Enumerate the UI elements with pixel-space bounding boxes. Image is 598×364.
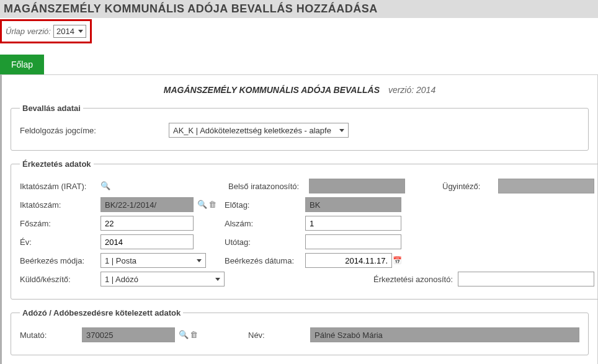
calendar-icon[interactable]: 📅 bbox=[392, 255, 402, 265]
beerkezes-mod-label: Beérkezés módja: bbox=[20, 256, 100, 265]
belso-field bbox=[309, 179, 405, 193]
foszam-label: Főszám: bbox=[20, 219, 100, 228]
jogcim-select[interactable]: AK_K | Adókötelezettség keletkezés - ala… bbox=[169, 123, 349, 138]
jogcim-label: Feldolgozás jogcíme: bbox=[20, 126, 169, 135]
beerkezes-dat-label: Beérkezés dátuma: bbox=[225, 256, 305, 265]
utotag-label: Utótag: bbox=[225, 237, 305, 247]
search-icon[interactable]: 🔍 bbox=[179, 330, 189, 340]
version-bar: Űrlap verzió: 2014 bbox=[0, 19, 92, 43]
nev-label: Név: bbox=[248, 331, 310, 340]
content: MAGÁNSZEMÉLY KOMMUNÁLIS ADÓJA BEVALLÁS v… bbox=[0, 74, 598, 364]
elotag-label: Előtag: bbox=[225, 200, 305, 210]
adozo-legend: Adózó / Adóbeszedésre kötelezett adatok bbox=[20, 308, 183, 317]
alszam-label: Alszám: bbox=[225, 219, 305, 228]
kuldo-label: Küldő/készítő: bbox=[20, 275, 100, 284]
version-label: Űrlap verzió: bbox=[6, 27, 51, 36]
trash-icon[interactable]: 🗑 bbox=[207, 200, 217, 210]
iktatoszam-label: Iktatószám: bbox=[20, 200, 100, 210]
ugyintezo-label: Ügyintéző: bbox=[442, 182, 498, 191]
beerkezes-mod-select[interactable]: 1 | Posta bbox=[100, 253, 206, 268]
mutato-field bbox=[82, 327, 175, 342]
page-title: MAGÁNSZEMÉLY KOMMUNÁLIS ADÓJA BEVALLÁS H… bbox=[4, 2, 378, 15]
search-icon[interactable]: 🔍 bbox=[197, 200, 207, 210]
ev-input[interactable] bbox=[100, 234, 194, 249]
elotag-field bbox=[305, 197, 401, 212]
form-title: MAGÁNSZEMÉLY KOMMUNÁLIS ADÓJA BEVALLÁS v… bbox=[11, 85, 589, 95]
alszam-input[interactable] bbox=[305, 216, 401, 231]
iktatoszam-field bbox=[100, 197, 194, 212]
erkeztetes-fieldset: Érkeztetés adatok Iktatószám (IRAT): 🔍 B… bbox=[11, 159, 598, 300]
bevallas-legend: Bevallás adatai bbox=[20, 104, 83, 113]
iktatoszam-irat-label: Iktatószám (IRAT): bbox=[20, 182, 100, 191]
search-icon[interactable]: 🔍 bbox=[100, 181, 110, 191]
page-header: MAGÁNSZEMÉLY KOMMUNÁLIS ADÓJA BEVALLÁS H… bbox=[0, 0, 598, 18]
version-select[interactable]: 2014 bbox=[53, 25, 86, 38]
nev-field bbox=[310, 327, 579, 342]
chevron-down-icon bbox=[197, 259, 202, 262]
erkezt-azon-input[interactable] bbox=[458, 272, 594, 286]
tab-strip: Főlap bbox=[0, 55, 598, 74]
chevron-down-icon bbox=[78, 30, 83, 33]
tab-folap[interactable]: Főlap bbox=[0, 55, 44, 74]
foszam-input[interactable] bbox=[100, 216, 194, 231]
kuldo-select[interactable]: 1 | Adózó bbox=[100, 272, 225, 286]
erkezt-azon-label: Érkeztetési azonosító: bbox=[373, 275, 453, 284]
form-title-main: MAGÁNSZEMÉLY KOMMUNÁLIS ADÓJA BEVALLÁS bbox=[164, 85, 380, 95]
version-value: 2014 bbox=[56, 27, 74, 36]
chevron-down-icon bbox=[339, 129, 344, 132]
mutato-label: Mutató: bbox=[20, 331, 82, 340]
belso-label: Belső iratazonosító: bbox=[228, 182, 309, 191]
utotag-input[interactable] bbox=[305, 234, 401, 249]
adozo-fieldset: Adózó / Adóbeszedésre kötelezett adatok … bbox=[11, 308, 589, 355]
trash-icon[interactable]: 🗑 bbox=[189, 330, 199, 340]
bevallas-fieldset: Bevallás adatai Feldolgozás jogcíme: AK_… bbox=[11, 104, 589, 151]
ev-label: Év: bbox=[20, 237, 100, 247]
form-title-version: verzió: 2014 bbox=[388, 85, 435, 95]
erkeztetes-legend: Érkeztetés adatok bbox=[20, 159, 94, 169]
ugyintezo-field bbox=[498, 179, 594, 193]
chevron-down-icon bbox=[215, 278, 220, 281]
beerkezes-dat-input[interactable] bbox=[305, 253, 392, 268]
